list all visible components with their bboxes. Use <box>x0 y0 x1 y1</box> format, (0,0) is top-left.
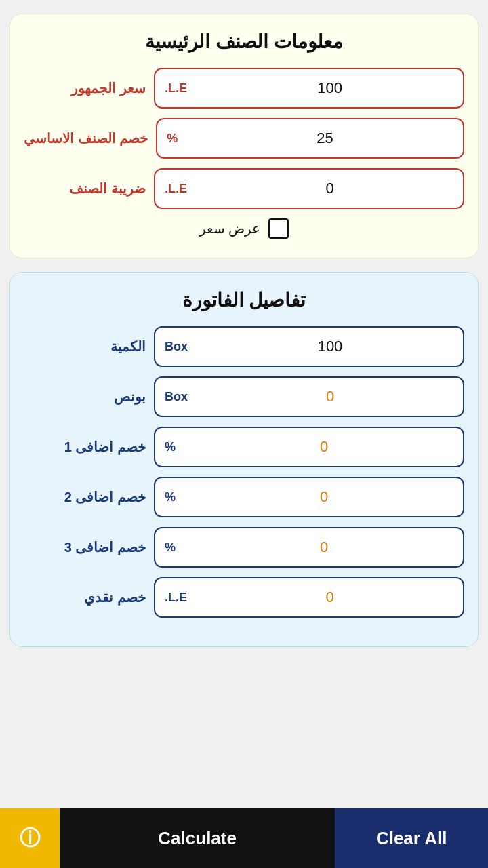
bonus-input[interactable] <box>197 388 463 406</box>
extra-disc-3-wrapper: % <box>154 527 464 568</box>
row-extra-disc-1: % خصم اضافى 1 <box>24 427 464 467</box>
bonus-unit: Box <box>155 390 197 404</box>
bottom-bar: Clear All Calculate ⓘ <box>0 808 488 868</box>
tax-label: ضريبة الصنف <box>24 180 146 197</box>
extra-disc-2-input[interactable] <box>185 488 463 506</box>
row-tax: L.E. ضريبة الصنف <box>24 168 464 209</box>
price-unit: L.E. <box>155 81 197 96</box>
price-label: سعر الجمهور <box>24 80 146 96</box>
row-price: L.E. سعر الجمهور <box>24 68 464 108</box>
show-price-checkbox[interactable] <box>268 218 289 239</box>
extra-disc-1-unit: % <box>155 440 185 454</box>
row-bonus: Box بونص <box>24 376 464 417</box>
row-quantity: Box الكمية <box>24 326 464 367</box>
bottom-card-title: تفاصيل الفاتورة <box>24 289 464 311</box>
extra-disc-2-label: خصم اضافى 2 <box>24 489 146 505</box>
extra-disc-1-wrapper: % <box>154 427 464 467</box>
top-card-title: معلومات الصنف الرئيسية <box>24 31 464 53</box>
cash-disc-label: خصم نقدي <box>24 589 146 606</box>
quantity-label: الكمية <box>24 338 146 355</box>
row-extra-disc-2: % خصم اضافى 2 <box>24 477 464 517</box>
extra-disc-1-label: خصم اضافى 1 <box>24 439 146 455</box>
tax-unit: L.E. <box>155 182 197 196</box>
extra-disc-3-input[interactable] <box>185 538 463 556</box>
info-icon: ⓘ <box>20 825 40 852</box>
quantity-unit: Box <box>155 340 197 354</box>
row-extra-disc-3: % خصم اضافى 3 <box>24 527 464 568</box>
top-card: معلومات الصنف الرئيسية L.E. سعر الجمهور … <box>9 14 479 258</box>
row-cash-disc: L.E. خصم نقدي <box>24 577 464 618</box>
price-input-wrapper: L.E. <box>154 68 464 108</box>
extra-disc-2-unit: % <box>155 490 185 505</box>
calculate-button[interactable]: Calculate <box>60 808 335 868</box>
cash-disc-wrapper: L.E. <box>154 577 464 618</box>
cash-disc-input[interactable] <box>197 589 463 606</box>
cash-disc-unit: L.E. <box>155 591 197 605</box>
quantity-input[interactable] <box>197 338 463 355</box>
tax-input[interactable] <box>197 180 463 197</box>
discount-input[interactable] <box>187 130 463 147</box>
tax-input-wrapper: L.E. <box>154 168 464 209</box>
discount-unit: % <box>157 132 187 146</box>
extra-disc-2-wrapper: % <box>154 477 464 517</box>
clear-all-button[interactable]: Clear All <box>335 808 488 868</box>
info-button[interactable]: ⓘ <box>0 808 60 868</box>
extra-disc-3-label: خصم اضافى 3 <box>24 539 146 555</box>
price-input[interactable] <box>197 79 463 97</box>
row-discount: % خصم الصنف الاساسي <box>24 118 464 159</box>
extra-disc-3-unit: % <box>155 540 185 555</box>
bonus-label: بونص <box>24 389 146 405</box>
show-price-row: عرض سعر <box>24 218 464 239</box>
discount-input-wrapper: % <box>156 118 464 159</box>
bonus-input-wrapper: Box <box>154 376 464 417</box>
quantity-input-wrapper: Box <box>154 326 464 367</box>
discount-label: خصم الصنف الاساسي <box>24 130 148 146</box>
bottom-card: تفاصيل الفاتورة Box الكمية Box بونص % خص… <box>9 272 479 647</box>
show-price-label: عرض سعر <box>199 220 261 237</box>
extra-disc-1-input[interactable] <box>185 438 463 456</box>
